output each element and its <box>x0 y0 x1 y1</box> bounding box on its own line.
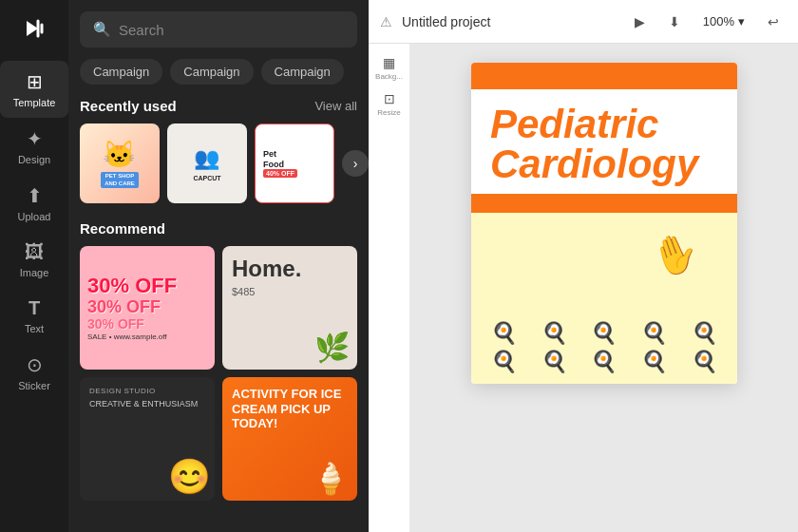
resize-label: Resize <box>377 108 400 117</box>
recommend-card-sale[interactable]: 30% OFF 30% OFF 30% OFF SALE • www.sampl… <box>80 246 215 370</box>
recommend-header: Recommend <box>80 220 357 237</box>
view-all-button[interactable]: View all <box>314 99 357 113</box>
template-icon: ⊞ <box>27 70 43 93</box>
people-emoji: 😊 <box>168 457 211 497</box>
recently-used-header: Recently used View all <box>80 98 357 114</box>
recently-used-next-arrow[interactable]: › <box>342 150 369 177</box>
sidebar-item-sticker-label: Sticker <box>18 380 50 391</box>
warning-icon: ⚠ <box>380 14 392 29</box>
text-icon: T <box>28 297 40 319</box>
panel-content: Recently used View all 🐱 PET SHOPAND CAR… <box>68 94 369 532</box>
search-input[interactable] <box>119 22 344 38</box>
filter-chips: Campaign Campaign Campaign <box>68 59 369 94</box>
recent-thumb-pet-shop[interactable]: 🐱 PET SHOPAND CARE <box>80 124 160 203</box>
egg-pattern: 🍳 🍳 🍳 🍳 🍳 🍳 🍳 🍳 🍳 🍳 <box>471 312 737 384</box>
sale-sub: SALE • www.sample.off <box>87 332 167 341</box>
recommend-card-studio[interactable]: DESIGN STUDIO CREATIVE & ENTHUSIASM 😊 <box>80 377 215 501</box>
app-logo <box>15 10 53 48</box>
sidebar-item-text[interactable]: T Text <box>0 288 68 344</box>
recommend-title: Recommend <box>80 220 165 237</box>
design-card: Pediatric Cardiology 🍳 🍳 🍳 🍳 🍳 🍳 🍳 � <box>471 63 737 384</box>
background-tool[interactable]: ▦ Backg... <box>373 51 406 84</box>
plant-emoji: 🌿 <box>314 331 350 364</box>
undo-button[interactable]: ↩ <box>760 9 787 35</box>
upload-icon: ⬆ <box>27 184 43 207</box>
capcut-people-emoji: 👥 <box>194 146 219 171</box>
pet-cat-emoji: 🐱 <box>103 139 136 170</box>
studio-sub: CREATIVE & ENTHUSIASM <box>89 399 198 408</box>
topbar-actions: ▶ ⬇ 100% ▾ ↩ <box>627 9 787 35</box>
icecream-emoji: 🍦 <box>312 461 350 497</box>
design-title-section: Pediatric Cardiology <box>471 89 737 194</box>
canvas-topbar: ⚠ Untitled project ▶ ⬇ 100% ▾ ↩ <box>369 0 798 44</box>
home-price: $485 <box>232 286 255 297</box>
studio-top: DESIGN STUDIO <box>89 387 156 395</box>
sidebar-item-text-label: Text <box>25 323 44 334</box>
canvas-area: ⚠ Untitled project ▶ ⬇ 100% ▾ ↩ ▦ Backg.… <box>369 0 798 532</box>
search-bar[interactable]: 🔍 <box>80 11 357 48</box>
design-orange-band <box>471 194 737 213</box>
recommend-card-home[interactable]: Home. $485 🌿 <box>222 246 357 370</box>
design-title-line1: Pediatric Cardiology <box>490 104 718 184</box>
template-panel: 🔍 Campaign Campaign Campaign Recently us… <box>68 0 369 532</box>
sticker-icon: ⊙ <box>27 353 43 376</box>
pet-shop-label: PET SHOPAND CARE <box>101 172 139 187</box>
recommend-card-icecream[interactable]: ACTIVITY FOR ICE CREAM PICK UP TODAY! 🍦 <box>222 377 357 501</box>
canvas-tools: ▦ Backg... ⊡ Resize <box>369 44 410 532</box>
sidebar-item-image[interactable]: 🖼 Image <box>0 232 68 288</box>
sidebar-item-upload[interactable]: ⬆ Upload <box>0 175 68 232</box>
zoom-chevron: ▾ <box>738 14 745 28</box>
design-bottom-section: 🍳 🍳 🍳 🍳 🍳 🍳 🍳 🍳 🍳 🍳 ✋ <box>471 213 737 384</box>
play-button[interactable]: ▶ <box>627 9 654 35</box>
sale-text-1: 30% OFF <box>87 276 177 296</box>
sidebar-item-template[interactable]: ⊞ Template <box>0 61 68 118</box>
sidebar-item-design[interactable]: ✦ Design <box>0 118 68 175</box>
hand-emoji: ✋ <box>645 225 705 283</box>
search-icon: 🔍 <box>93 21 111 38</box>
capcut-label: CAPCUT <box>193 175 220 181</box>
icecream-text: ACTIVITY FOR ICE CREAM PICK UP TODAY! <box>232 387 348 431</box>
filter-chip-2[interactable]: Campaign <box>261 59 344 85</box>
download-button[interactable]: ⬇ <box>661 9 688 35</box>
recently-used-row: 🐱 PET SHOPAND CARE 👥 CAPCUT PetFood <box>80 124 357 203</box>
canvas-title[interactable]: Untitled project <box>402 14 618 29</box>
design-top-bar <box>471 63 737 89</box>
resize-tool[interactable]: ⊡ Resize <box>373 87 406 120</box>
resize-icon: ⊡ <box>384 91 395 106</box>
background-label: Backg... <box>375 72 403 81</box>
pet-food-title: PetFood <box>263 149 284 170</box>
filter-chip-0[interactable]: Campaign <box>80 59 162 85</box>
canvas-wrapper: ▦ Backg... ⊡ Resize Pediatric Cardiology <box>369 44 798 532</box>
sidebar: ⊞ Template ✦ Design ⬆ Upload 🖼 Image T T… <box>0 0 68 532</box>
recent-thumb-capcut[interactable]: 👥 CAPCUT <box>167 124 247 203</box>
image-icon: 🖼 <box>25 241 44 263</box>
design-icon: ✦ <box>27 127 43 150</box>
sidebar-item-image-label: Image <box>20 267 49 278</box>
zoom-control[interactable]: 100% ▾ <box>695 10 752 32</box>
filter-chip-1[interactable]: Campaign <box>170 59 253 85</box>
pet-food-badge: 40% OFF <box>263 169 297 178</box>
recent-thumb-pet-food[interactable]: PetFood 40% OFF <box>255 124 334 203</box>
recently-used-title: Recently used <box>80 98 177 114</box>
sale-text-3: 30% OFF <box>87 317 144 331</box>
zoom-value: 100% <box>703 14 734 28</box>
sale-text-2: 30% OFF <box>87 298 161 315</box>
background-icon: ▦ <box>383 55 395 70</box>
sidebar-item-upload-label: Upload <box>18 211 51 222</box>
canvas-main[interactable]: Pediatric Cardiology 🍳 🍳 🍳 🍳 🍳 🍳 🍳 � <box>410 44 798 532</box>
sidebar-item-template-label: Template <box>13 97 56 108</box>
recommend-grid: 30% OFF 30% OFF 30% OFF SALE • www.sampl… <box>80 246 357 501</box>
home-title: Home. <box>232 256 301 282</box>
sidebar-item-sticker[interactable]: ⊙ Sticker <box>0 344 68 401</box>
sidebar-item-design-label: Design <box>18 154 50 165</box>
